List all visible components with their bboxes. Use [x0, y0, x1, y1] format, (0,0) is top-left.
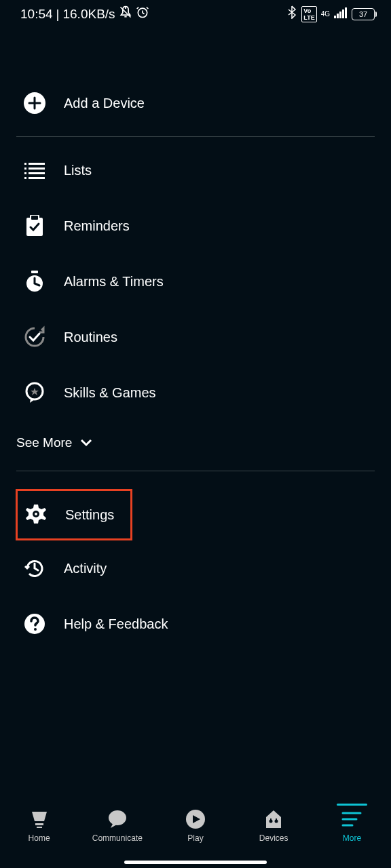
nav-more-label: More	[343, 833, 361, 843]
devices-icon	[263, 809, 284, 829]
svg-rect-8	[24, 163, 26, 165]
alarms-label: Alarms & Timers	[64, 274, 164, 290]
stopwatch-icon	[23, 270, 46, 293]
skills-item[interactable]: Skills & Games	[16, 365, 375, 420]
svg-rect-15	[29, 177, 45, 179]
nav-play[interactable]: Play	[156, 809, 234, 843]
nav-communicate[interactable]: Communicate	[78, 809, 156, 843]
svg-rect-14	[24, 177, 26, 179]
svg-rect-3	[337, 14, 339, 18]
chat-icon	[107, 809, 128, 829]
lists-item[interactable]: Lists	[16, 142, 375, 198]
active-tab-indicator	[337, 804, 367, 806]
routines-item[interactable]: Routines	[16, 309, 375, 365]
nav-devices-label: Devices	[259, 833, 288, 843]
star-bubble-icon	[23, 381, 46, 404]
signal-icon	[334, 7, 348, 22]
nav-play-label: Play	[187, 833, 203, 843]
svg-rect-4	[339, 12, 341, 18]
svg-rect-9	[29, 163, 45, 165]
help-label: Help & Feedback	[64, 616, 168, 632]
svg-point-23	[35, 513, 37, 515]
status-speed: 16.0KB/s	[62, 7, 115, 22]
svg-rect-2	[334, 16, 336, 18]
nav-home-label: Home	[29, 833, 50, 843]
reminders-label: Reminders	[64, 218, 130, 234]
add-device-label: Add a Device	[64, 96, 145, 111]
divider	[16, 136, 375, 137]
play-icon	[185, 809, 206, 829]
status-left: 10:54 | 16.0KB/s	[20, 5, 149, 22]
help-item[interactable]: Help & Feedback	[16, 596, 375, 652]
more-icon	[341, 809, 362, 829]
main-content: Add a Device Lists Reminders Alarms & Ti…	[0, 75, 391, 652]
home-icon	[29, 809, 50, 829]
see-more-toggle[interactable]: See More	[16, 420, 375, 465]
svg-rect-19	[31, 271, 38, 273]
routines-icon	[23, 326, 46, 349]
svg-rect-33	[276, 818, 277, 822]
activity-label: Activity	[64, 561, 107, 576]
bottom-nav: Home Communicate Play Devices More	[0, 797, 391, 868]
svg-rect-5	[342, 9, 344, 18]
see-more-label: See More	[16, 435, 72, 450]
chevron-down-icon	[80, 435, 92, 450]
svg-rect-26	[35, 823, 43, 825]
nav-more[interactable]: More	[313, 809, 391, 843]
divider	[16, 471, 375, 471]
settings-item[interactable]: Settings	[16, 489, 132, 540]
settings-label: Settings	[65, 507, 114, 523]
skills-label: Skills & Games	[64, 385, 156, 401]
mute-icon	[119, 5, 132, 22]
svg-rect-13	[29, 172, 45, 174]
battery-icon: 37	[352, 8, 375, 20]
nav-home[interactable]: Home	[0, 809, 78, 843]
nav-communicate-label: Communicate	[92, 833, 143, 843]
question-circle-icon	[23, 612, 46, 635]
svg-point-25	[34, 628, 37, 631]
svg-rect-12	[24, 172, 26, 174]
svg-rect-6	[345, 7, 347, 18]
svg-rect-27	[37, 827, 42, 828]
status-time: 10:54	[20, 7, 53, 22]
activity-item[interactable]: Activity	[16, 540, 375, 596]
gear-icon	[24, 503, 48, 526]
clipboard-check-icon	[23, 214, 46, 237]
network-4g-icon: 4G	[321, 10, 330, 18]
bluetooth-icon	[286, 5, 297, 22]
volte-icon: VoLTE	[301, 6, 316, 22]
lists-label: Lists	[64, 163, 92, 178]
status-bar: 10:54 | 16.0KB/s VoLTE 4G 37	[0, 0, 391, 28]
home-indicator[interactable]	[124, 861, 267, 864]
svg-rect-18	[31, 215, 39, 220]
alarm-icon	[136, 5, 149, 22]
svg-rect-11	[29, 167, 45, 170]
add-device-item[interactable]: Add a Device	[16, 75, 375, 131]
nav-devices[interactable]: Devices	[235, 809, 313, 843]
history-icon	[23, 557, 46, 580]
svg-rect-10	[24, 167, 26, 170]
status-right: VoLTE 4G 37	[286, 5, 375, 22]
svg-point-28	[109, 810, 126, 825]
routines-label: Routines	[64, 330, 117, 345]
plus-circle-icon	[23, 92, 46, 115]
alarms-item[interactable]: Alarms & Timers	[16, 254, 375, 309]
reminders-item[interactable]: Reminders	[16, 198, 375, 254]
svg-rect-32	[270, 818, 272, 822]
list-icon	[23, 159, 46, 182]
